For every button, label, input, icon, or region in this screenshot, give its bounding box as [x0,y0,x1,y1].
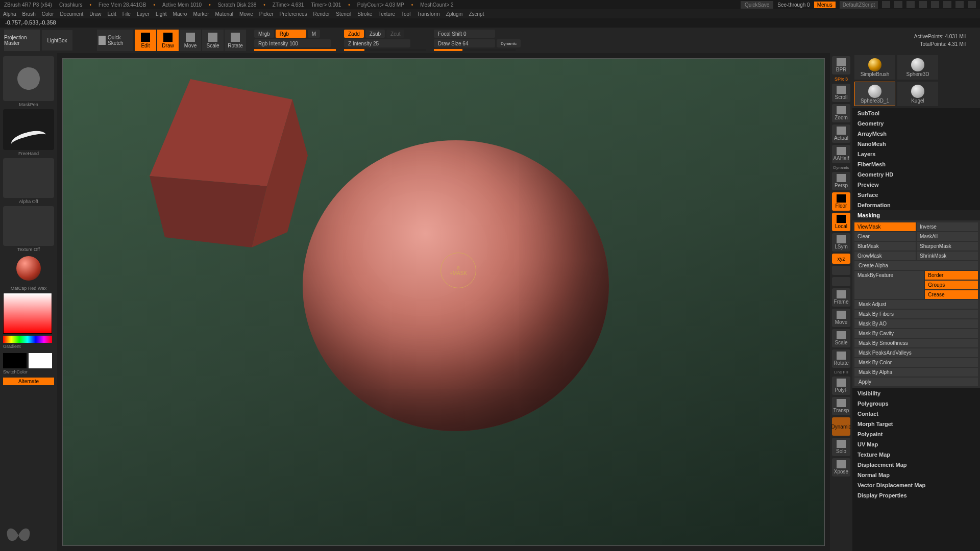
transp-button[interactable]: Transp [832,397,850,415]
maskbyfeature-button[interactable]: MaskByFeature [854,271,924,299]
panel-geometryhd[interactable]: Geometry HD [852,169,980,180]
seethrough-slider[interactable]: See-through 0 [777,2,810,8]
axis-z-button[interactable] [832,277,850,286]
menu-item[interactable]: Layer [137,11,150,17]
panel-visibility[interactable]: Visibility [852,388,980,398]
menu-item[interactable]: Edit [108,11,116,17]
layout-icon[interactable] [882,1,890,8]
mask-cavity-button[interactable]: Mask By Cavity [854,329,978,338]
rgb-intensity-slider[interactable]: Rgb Intensity 100 [254,39,331,47]
mrgb-button[interactable]: Mrgb [254,30,274,38]
brush-selector[interactable] [3,56,54,101]
material-selector[interactable] [3,254,54,285]
menus-button[interactable]: Menus [814,2,836,8]
menu-item[interactable]: Material [215,11,234,17]
stroke-selector[interactable] [3,109,54,150]
scale-mode-button[interactable]: Scale [202,30,224,51]
menu-item[interactable]: Zscript [469,11,484,17]
panel-uvmap[interactable]: UV Map [852,439,980,449]
panel-texturemap[interactable]: Texture Map [852,449,980,460]
viewmask-button[interactable]: ViewMask [854,222,916,231]
close-icon[interactable] [968,1,976,8]
zoom-button[interactable]: Zoom [832,104,850,122]
zadd-button[interactable]: Zadd [344,30,364,38]
menu-item[interactable]: Stencil [336,11,351,17]
layout-icon[interactable] [906,1,915,8]
clear-button[interactable]: Clear [854,232,916,241]
menu-item[interactable]: Render [313,11,330,17]
minimize-icon[interactable] [943,1,951,8]
maximize-icon[interactable] [955,1,964,8]
bpr-button[interactable]: BPR [832,56,850,74]
menu-item[interactable]: File [122,11,131,17]
layout-icon[interactable] [894,1,902,8]
xpose-button[interactable]: Xpose [832,458,850,477]
menu-item[interactable]: Tool [401,11,410,17]
panel-normalmap[interactable]: Normal Map [852,470,980,480]
aahalf-button[interactable]: AAHalf [832,145,850,163]
panel-arraymesh[interactable]: ArrayMesh [852,129,980,139]
color-picker[interactable] [3,293,52,334]
panel-nanomesh[interactable]: NanoMesh [852,139,980,149]
mask-smoothness-button[interactable]: Mask By Smoothness [854,339,978,347]
hue-bar[interactable] [3,336,52,343]
z-intensity-slider[interactable]: Z Intensity 25 [344,39,410,47]
panel-geometry[interactable]: Geometry [852,118,980,129]
panel-displayprops[interactable]: Display Properties [852,490,980,500]
m-button[interactable]: M [308,30,320,38]
border-button[interactable]: Border [925,271,978,280]
apply-button[interactable]: Apply [854,378,978,386]
lock-icon[interactable] [931,1,939,8]
alternate-button[interactable]: Alternate [3,378,54,385]
panel-contact[interactable]: Contact [852,409,980,419]
panel-masking[interactable]: Masking [852,210,980,220]
scale-nav-button[interactable]: Scale [832,329,850,347]
blurmask-button[interactable]: BlurMask [854,242,916,251]
quicksave-button[interactable]: QuickSave [741,1,773,9]
menu-item[interactable]: Color [42,11,54,17]
scroll-button[interactable]: Scroll [832,84,850,102]
menu-item[interactable]: Stroke [357,11,372,17]
menu-item[interactable]: Draw [89,11,101,17]
solo-button[interactable]: Solo [832,438,850,456]
sharpenmask-button[interactable]: SharpenMask [917,242,978,251]
draw-size-slider[interactable]: Draw Size 64 [434,39,495,47]
lightbox-button[interactable]: LightBox [42,30,72,51]
panel-morphtarget[interactable]: Morph Target [852,419,980,429]
menu-item[interactable]: Zplugin [446,11,463,17]
rgb-button[interactable]: Rgb [276,30,306,38]
menu-item[interactable]: Light [156,11,167,17]
panel-fibermesh[interactable]: FiberMesh [852,159,980,169]
focal-shift-slider[interactable]: Focal Shift 0 [434,30,495,38]
dynamic-button[interactable]: Dynamic [832,417,850,436]
tool-thumb[interactable]: SimpleBrush [854,55,895,80]
actual-button[interactable]: Actual [832,124,850,143]
frame-button[interactable]: Frame [832,288,850,307]
groups-button[interactable]: Groups [925,281,978,289]
panel-subtool[interactable]: SubTool [852,108,980,118]
rotate-nav-button[interactable]: Rotate [832,349,850,368]
xyz-button[interactable]: xyz [832,254,850,264]
draw-mode-button[interactable]: Draw [157,30,179,51]
mask-adjust-button[interactable]: Mask Adjust [854,300,978,309]
quicksketch-button[interactable]: Quick Sketch [97,30,133,51]
panel-deformation[interactable]: Deformation [852,200,980,210]
maskall-button[interactable]: MaskAll [917,232,978,241]
spix-slider[interactable]: SPix 3 [835,77,848,82]
menu-item[interactable]: Document [60,11,84,17]
defaultzscript-button[interactable]: DefaultZScript [840,1,878,9]
mask-peaksvalleys-button[interactable]: Mask PeaksAndValleys [854,348,978,357]
polyf-button[interactable]: PolyF [832,377,850,395]
alpha-selector[interactable] [3,158,54,198]
tool-thumb-selected[interactable]: Sphere3D_1 [854,82,895,106]
move-mode-button[interactable]: Move [180,30,201,51]
move-nav-button[interactable]: Move [832,309,850,327]
crease-button[interactable]: Crease [925,290,978,299]
local-button[interactable]: Local [832,213,850,231]
menu-item[interactable]: Alpha [3,11,16,17]
switchcolor-button[interactable]: SwitchColor [3,369,54,374]
secondary-color[interactable] [3,353,27,368]
shrinkmask-button[interactable]: ShrinkMask [917,252,978,260]
menu-item[interactable]: Marker [193,11,209,17]
zsub-button[interactable]: Zsub [365,30,385,38]
